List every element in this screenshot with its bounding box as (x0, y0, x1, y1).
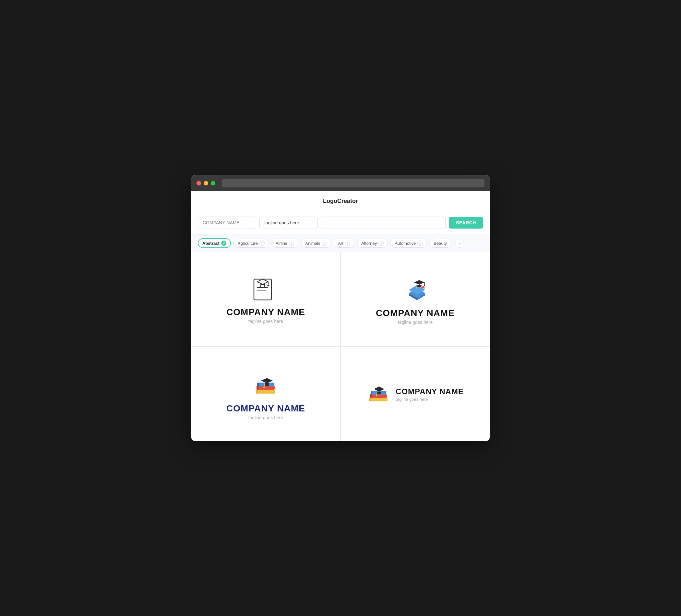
extra-input[interactable] (321, 216, 446, 229)
logo-icon-4 (367, 378, 391, 406)
filter-label-animals: Animals (305, 241, 320, 246)
logo-card-2[interactable]: LEARN COMPANY NAME tagline goes here (341, 252, 490, 346)
svg-marker-36 (374, 386, 384, 392)
filter-chip-animals[interactable]: Animals ✓ (301, 239, 331, 248)
filter-label-attorney: Attorney (361, 241, 377, 246)
svg-point-29 (263, 387, 264, 388)
browser-window: LogoCreator SEARCH Abstract ✓ Agricultur… (191, 175, 490, 441)
traffic-light-yellow[interactable] (204, 181, 208, 185)
filter-bar: Abstract ✓ Agriculture ✓ Airline ✓ Anima… (191, 234, 490, 252)
app-header: LogoCreator (191, 191, 490, 211)
filter-chip-art[interactable]: Art ✓ (334, 239, 354, 248)
check-icon-agriculture: ✓ (259, 240, 264, 246)
company-name-2: COMPANY NAME (376, 308, 455, 318)
logo-card-1[interactable]: COMPANY NAME tagline goes here (191, 252, 340, 346)
url-bar (222, 179, 484, 187)
company-name-3: COMPANY NAME (226, 403, 305, 414)
traffic-light-green[interactable] (211, 181, 215, 185)
tagline-2: tagline goes here (398, 320, 433, 325)
svg-point-19 (416, 287, 418, 288)
logo-icon-3 (251, 369, 280, 398)
filter-chip-automotive[interactable]: Automotive ✓ (390, 239, 427, 248)
svg-rect-33 (370, 394, 372, 398)
filter-label-airline: Airline (276, 241, 287, 246)
filter-label-automotive: Automotive (395, 241, 416, 246)
tagline-4: tagline goes here (396, 397, 464, 402)
browser-titlebar (191, 175, 490, 191)
check-icon-airline: ✓ (289, 240, 294, 246)
filter-next-button[interactable]: → (455, 239, 464, 248)
logo-grid: COMPANY NAME tagline goes here LEA (191, 252, 490, 441)
logo-inline-text: COMPANY NAME tagline goes here (396, 387, 464, 401)
app-title: LogoCreator (323, 198, 358, 204)
search-button[interactable]: SEARCH (449, 217, 483, 229)
search-bar: SEARCH (191, 211, 490, 234)
logo-icon-2: LEARN (399, 275, 432, 303)
check-icon-attorney: ✓ (378, 240, 384, 246)
company-name-1: COMPANY NAME (226, 307, 305, 317)
filter-chip-beauty[interactable]: Beauty (429, 239, 451, 248)
filter-label-abstract: Abstract (202, 241, 220, 246)
svg-rect-27 (265, 383, 269, 386)
filter-chip-abstract[interactable]: Abstract ✓ (198, 238, 231, 248)
logo-card-3[interactable]: COMPANY NAME tagline goes here (191, 347, 340, 441)
filter-chip-attorney[interactable]: Attorney ✓ (357, 239, 388, 248)
logo-card-4[interactable]: COMPANY NAME tagline goes here (341, 347, 490, 441)
check-icon-abstract: ✓ (221, 240, 226, 246)
logo-icon-1 (251, 276, 280, 302)
check-icon-automotive: ✓ (418, 240, 423, 246)
check-icon-art: ✓ (345, 240, 350, 246)
filter-label-beauty: Beauty (434, 241, 447, 246)
svg-rect-0 (254, 279, 272, 300)
logo-inline-row: COMPANY NAME tagline goes here (367, 378, 464, 411)
tagline-input[interactable] (259, 216, 318, 229)
svg-rect-25 (257, 383, 259, 386)
svg-marker-26 (261, 378, 273, 383)
filter-label-art: Art (338, 241, 344, 246)
filter-label-agriculture: Agriculture (238, 241, 258, 246)
traffic-light-red[interactable] (197, 181, 201, 185)
filter-chip-agriculture[interactable]: Agriculture ✓ (233, 239, 269, 248)
svg-rect-37 (377, 392, 381, 394)
tagline-3: tagline goes here (248, 415, 283, 420)
filter-chip-airline[interactable]: Airline ✓ (272, 239, 298, 248)
svg-rect-31 (369, 398, 371, 401)
company-name-input[interactable] (198, 216, 256, 229)
svg-rect-20 (256, 390, 275, 393)
svg-marker-14 (414, 280, 425, 285)
company-name-4: COMPANY NAME (396, 387, 464, 396)
app-content: LogoCreator SEARCH Abstract ✓ Agricultur… (191, 191, 490, 441)
svg-point-39 (376, 395, 377, 396)
svg-point-17 (424, 285, 425, 286)
svg-marker-4 (257, 279, 268, 284)
check-icon-animals: ✓ (322, 240, 327, 246)
svg-rect-32 (370, 394, 387, 398)
tagline-1: tagline goes here (248, 319, 283, 324)
svg-rect-15 (418, 285, 421, 287)
svg-rect-30 (369, 398, 387, 401)
svg-point-7 (267, 285, 269, 287)
svg-rect-35 (371, 391, 372, 394)
svg-rect-21 (256, 390, 258, 393)
